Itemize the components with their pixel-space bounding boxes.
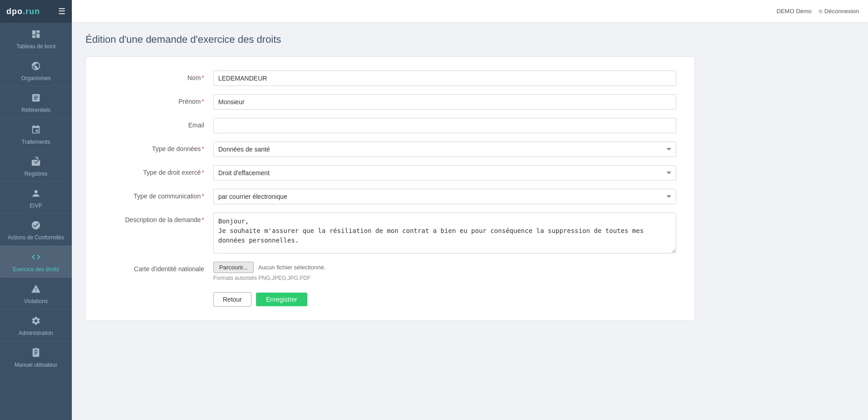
logout-icon: ⎋ [819, 8, 823, 15]
page-title: Édition d'une demande d'exercice des dro… [85, 34, 854, 46]
nom-input[interactable] [213, 71, 676, 86]
sidebar-item-label: Organismes [21, 75, 51, 81]
type-communication-select[interactable]: par courrier électronique par courrier p… [213, 189, 676, 204]
organismes-icon [31, 61, 41, 73]
eivp-icon [31, 188, 41, 201]
sidebar-item-label: Référentiels [21, 107, 50, 113]
form-row-description: Description de la demande* Bonjour, Je s… [104, 213, 676, 253]
sidebar-item-violations[interactable]: Violations [0, 278, 72, 309]
form-row-email: Email [104, 118, 676, 133]
menu-toggle-icon[interactable]: ☰ [58, 6, 65, 16]
sidebar-item-label: Manuel utilisateur [15, 362, 57, 368]
topbar-user: DEMO Démo [777, 8, 812, 15]
sidebar-item-organismes[interactable]: Organismes [0, 55, 72, 86]
type-droit-label: Type de droit exercé* [104, 165, 213, 176]
nom-label: Nom* [104, 71, 213, 81]
form-row-nom: Nom* [104, 71, 676, 86]
sidebar-item-label: Violations [24, 298, 48, 304]
manuel-icon [31, 348, 41, 360]
administration-icon [31, 316, 41, 328]
sidebar-item-eivp[interactable]: EIVP [0, 182, 72, 214]
file-upload-row: Parcourir... Aucun fichier sélectionné. [213, 262, 676, 273]
sidebar-item-label: Actions de Conformités [8, 234, 64, 241]
sidebar-item-manuel-utilisateur[interactable]: Manuel utilisateur [0, 341, 72, 373]
sidebar-item-label: Tableau de bord [16, 43, 55, 50]
description-textarea[interactable]: Bonjour, Je souhaite m'assurer que la ré… [213, 213, 676, 253]
sidebar-item-tableau-de-bord[interactable]: Tableau de bord [0, 23, 72, 55]
file-browse-button[interactable]: Parcourir... [213, 262, 254, 273]
back-button[interactable]: Retour [213, 292, 251, 307]
sidebar-item-exercice-droits[interactable]: Exercice des droits [0, 246, 72, 278]
main-area: DEMO Démo ⎋ Déconnexion Édition d'une de… [72, 0, 868, 420]
save-button[interactable]: Enregistrer [256, 293, 307, 306]
email-input[interactable] [213, 118, 676, 133]
form-row-carte: Carte d'identité nationale Parcourir... … [104, 262, 676, 281]
dashboard-icon [31, 29, 41, 41]
form-row-type-communication: Type de communication* par courrier élec… [104, 189, 676, 204]
topbar: DEMO Démo ⎋ Déconnexion [72, 0, 868, 23]
sidebar: dpo.run ☰ Tableau de bord Organismes Réf… [0, 0, 72, 420]
referentiels-icon [31, 93, 41, 105]
sidebar-item-actions-conformites[interactable]: Actions de Conformités [0, 214, 72, 246]
type-communication-label: Type de communication* [104, 189, 213, 200]
form-row-type-droit: Type de droit exercé* Droit d'effacement… [104, 165, 676, 181]
sidebar-item-administration[interactable]: Administration [0, 309, 72, 341]
email-label: Email [104, 118, 213, 129]
exercice-icon [31, 252, 41, 264]
sidebar-item-label: Exercice des droits [13, 266, 59, 273]
traitements-icon [31, 125, 41, 137]
violations-icon [31, 284, 41, 296]
type-donnees-label: Type de données* [104, 142, 213, 152]
form-card: Nom* Prénom* Email Type [85, 56, 695, 321]
sidebar-item-label: Traitements [22, 139, 50, 145]
logo-text: dpo.run [6, 7, 40, 16]
prenom-input[interactable] [213, 94, 676, 110]
sidebar-item-referentiels[interactable]: Référentiels [0, 86, 72, 118]
sidebar-item-label: Registres [25, 171, 48, 177]
registres-icon [31, 157, 41, 169]
actions-icon [31, 220, 41, 233]
sidebar-logo: dpo.run ☰ [0, 0, 72, 23]
content-area: Édition d'une demande d'exercice des dro… [72, 23, 868, 420]
prenom-label: Prénom* [104, 94, 213, 105]
form-row-prenom: Prénom* [104, 94, 676, 110]
carte-label: Carte d'identité nationale [104, 262, 213, 273]
file-hint: Formats autorisés PNG,JPEG,JPG,PDF [213, 275, 676, 281]
type-donnees-select[interactable]: Données de santé Données personnelles Do… [213, 142, 676, 157]
logout-button[interactable]: ⎋ Déconnexion [819, 8, 859, 15]
form-actions: Retour Enregistrer [213, 292, 676, 307]
file-name-label: Aucun fichier sélectionné. [258, 264, 326, 271]
sidebar-item-label: Administration [19, 330, 53, 336]
sidebar-item-registres[interactable]: Registres [0, 150, 72, 182]
sidebar-item-label: EIVP [30, 202, 42, 209]
sidebar-item-traitements[interactable]: Traitements [0, 118, 72, 150]
form-row-type-donnees: Type de données* Données de santé Donnée… [104, 142, 676, 157]
type-droit-select[interactable]: Droit d'effacement Droit d'accès Droit d… [213, 165, 676, 181]
description-label: Description de la demande* [104, 213, 213, 223]
